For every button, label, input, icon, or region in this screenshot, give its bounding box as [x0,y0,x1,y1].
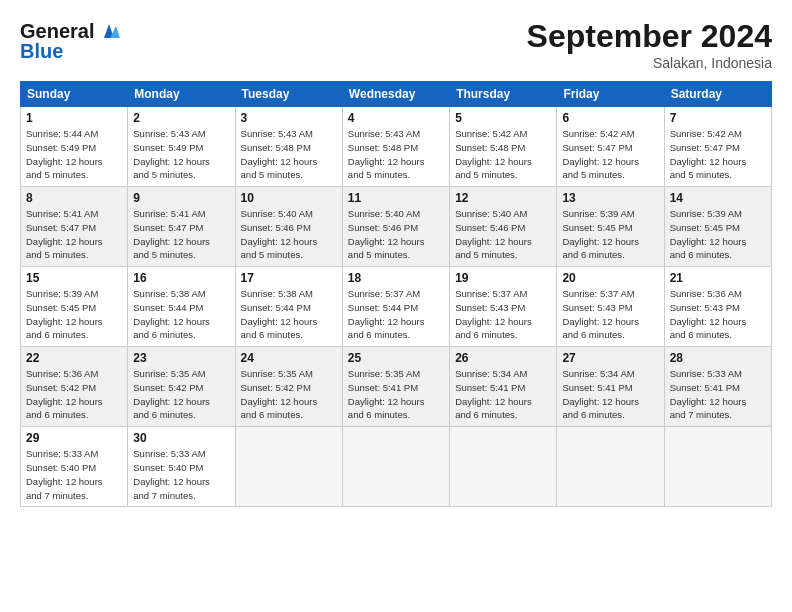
calendar-day-cell: 3Sunrise: 5:43 AMSunset: 5:48 PMDaylight… [235,107,342,187]
day-number: 17 [241,271,337,285]
day-info-line: Sunset: 5:45 PM [562,221,658,235]
calendar-day-cell: 11Sunrise: 5:40 AMSunset: 5:46 PMDayligh… [342,187,449,267]
title-section: September 2024 Salakan, Indonesia [527,18,772,71]
day-info-line: and 6 minutes. [241,408,337,422]
day-number: 18 [348,271,444,285]
day-info-line: Daylight: 12 hours [26,235,122,249]
day-info: Sunrise: 5:41 AMSunset: 5:47 PMDaylight:… [26,207,122,262]
day-info-line: Daylight: 12 hours [26,395,122,409]
calendar-day-cell: 18Sunrise: 5:37 AMSunset: 5:44 PMDayligh… [342,267,449,347]
day-number: 28 [670,351,766,365]
day-info: Sunrise: 5:35 AMSunset: 5:41 PMDaylight:… [348,367,444,422]
day-info-line: Sunrise: 5:35 AM [133,367,229,381]
day-info-line: Sunrise: 5:38 AM [133,287,229,301]
day-info: Sunrise: 5:39 AMSunset: 5:45 PMDaylight:… [26,287,122,342]
day-info-line: Daylight: 12 hours [26,315,122,329]
day-info-line: Sunrise: 5:37 AM [455,287,551,301]
col-header-saturday: Saturday [664,82,771,107]
day-info-line: Sunrise: 5:33 AM [670,367,766,381]
day-info-line: and 7 minutes. [670,408,766,422]
day-number: 14 [670,191,766,205]
location: Salakan, Indonesia [527,55,772,71]
calendar-day-cell: 24Sunrise: 5:35 AMSunset: 5:42 PMDayligh… [235,347,342,427]
day-info: Sunrise: 5:38 AMSunset: 5:44 PMDaylight:… [241,287,337,342]
day-info-line: Daylight: 12 hours [133,235,229,249]
day-info: Sunrise: 5:37 AMSunset: 5:44 PMDaylight:… [348,287,444,342]
calendar-day-cell: 12Sunrise: 5:40 AMSunset: 5:46 PMDayligh… [450,187,557,267]
day-info-line: and 6 minutes. [133,328,229,342]
day-info-line: and 6 minutes. [348,328,444,342]
day-number: 12 [455,191,551,205]
day-info-line: Sunset: 5:41 PM [670,381,766,395]
day-info-line: Sunset: 5:41 PM [562,381,658,395]
day-info-line: Daylight: 12 hours [670,395,766,409]
day-info: Sunrise: 5:36 AMSunset: 5:42 PMDaylight:… [26,367,122,422]
day-info-line: and 7 minutes. [26,489,122,503]
day-info-line: Daylight: 12 hours [348,235,444,249]
day-info-line: and 5 minutes. [562,168,658,182]
day-info-line: Sunrise: 5:37 AM [562,287,658,301]
day-info-line: Daylight: 12 hours [670,315,766,329]
day-info-line: Daylight: 12 hours [562,155,658,169]
day-info-line: Sunrise: 5:36 AM [670,287,766,301]
day-info-line: Daylight: 12 hours [241,395,337,409]
day-info-line: Daylight: 12 hours [241,315,337,329]
day-info-line: Sunrise: 5:41 AM [133,207,229,221]
calendar-day-cell [664,427,771,507]
day-info-line: and 5 minutes. [26,248,122,262]
day-info-line: Sunrise: 5:39 AM [562,207,658,221]
day-info-line: Sunset: 5:43 PM [562,301,658,315]
day-info-line: Sunset: 5:47 PM [26,221,122,235]
day-info: Sunrise: 5:35 AMSunset: 5:42 PMDaylight:… [241,367,337,422]
col-header-thursday: Thursday [450,82,557,107]
day-number: 20 [562,271,658,285]
day-info-line: Daylight: 12 hours [670,155,766,169]
day-info-line: Sunrise: 5:42 AM [455,127,551,141]
calendar-day-cell [235,427,342,507]
day-info-line: Sunset: 5:46 PM [455,221,551,235]
day-info-line: Sunset: 5:42 PM [241,381,337,395]
day-info-line: and 6 minutes. [133,408,229,422]
day-info: Sunrise: 5:34 AMSunset: 5:41 PMDaylight:… [562,367,658,422]
day-info: Sunrise: 5:42 AMSunset: 5:47 PMDaylight:… [562,127,658,182]
day-info-line: Sunset: 5:48 PM [241,141,337,155]
logo: General Blue [20,18,122,63]
day-info-line: Daylight: 12 hours [26,475,122,489]
day-info-line: and 6 minutes. [562,248,658,262]
day-number: 16 [133,271,229,285]
day-info: Sunrise: 5:39 AMSunset: 5:45 PMDaylight:… [562,207,658,262]
calendar-day-cell: 13Sunrise: 5:39 AMSunset: 5:45 PMDayligh… [557,187,664,267]
day-number: 29 [26,431,122,445]
day-info-line: Sunrise: 5:43 AM [241,127,337,141]
day-info: Sunrise: 5:40 AMSunset: 5:46 PMDaylight:… [241,207,337,262]
day-info-line: Daylight: 12 hours [562,235,658,249]
day-info-line: Daylight: 12 hours [348,395,444,409]
calendar-day-cell: 5Sunrise: 5:42 AMSunset: 5:48 PMDaylight… [450,107,557,187]
day-number: 23 [133,351,229,365]
day-info-line: Daylight: 12 hours [133,475,229,489]
day-info-line: Daylight: 12 hours [455,155,551,169]
day-number: 27 [562,351,658,365]
calendar-day-cell: 22Sunrise: 5:36 AMSunset: 5:42 PMDayligh… [21,347,128,427]
day-info-line: and 5 minutes. [348,248,444,262]
day-info: Sunrise: 5:40 AMSunset: 5:46 PMDaylight:… [348,207,444,262]
day-info-line: Sunrise: 5:34 AM [455,367,551,381]
calendar-table: SundayMondayTuesdayWednesdayThursdayFrid… [20,81,772,507]
calendar-week-row: 15Sunrise: 5:39 AMSunset: 5:45 PMDayligh… [21,267,772,347]
day-info-line: Sunset: 5:41 PM [348,381,444,395]
day-number: 13 [562,191,658,205]
day-info: Sunrise: 5:44 AMSunset: 5:49 PMDaylight:… [26,127,122,182]
calendar-page: General Blue September 2024 Salakan, Ind… [0,0,792,612]
day-info-line: Sunset: 5:41 PM [455,381,551,395]
day-info-line: and 6 minutes. [455,408,551,422]
day-info-line: Sunrise: 5:35 AM [241,367,337,381]
day-info-line: Sunrise: 5:33 AM [133,447,229,461]
day-number: 2 [133,111,229,125]
day-number: 30 [133,431,229,445]
calendar-day-cell: 2Sunrise: 5:43 AMSunset: 5:49 PMDaylight… [128,107,235,187]
day-info-line: Daylight: 12 hours [455,235,551,249]
calendar-week-row: 8Sunrise: 5:41 AMSunset: 5:47 PMDaylight… [21,187,772,267]
calendar-week-row: 22Sunrise: 5:36 AMSunset: 5:42 PMDayligh… [21,347,772,427]
day-info-line: Sunset: 5:48 PM [455,141,551,155]
calendar-day-cell: 8Sunrise: 5:41 AMSunset: 5:47 PMDaylight… [21,187,128,267]
